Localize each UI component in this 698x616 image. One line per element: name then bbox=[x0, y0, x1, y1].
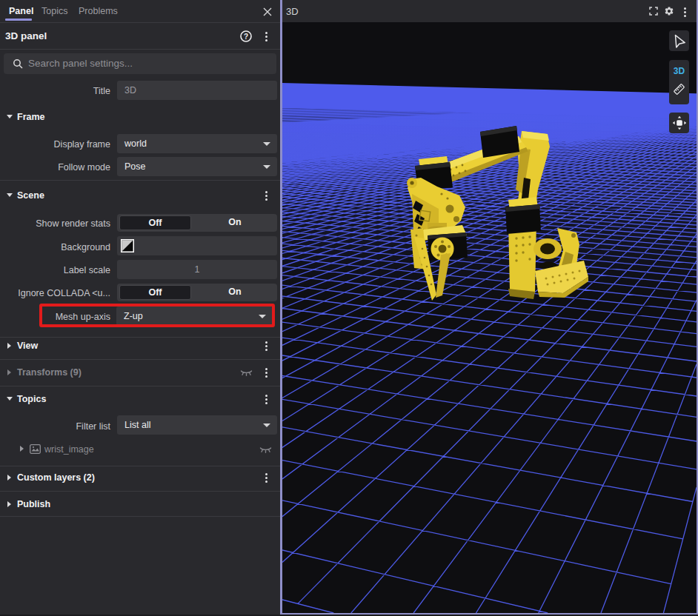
svg-text:?: ? bbox=[244, 33, 248, 41]
